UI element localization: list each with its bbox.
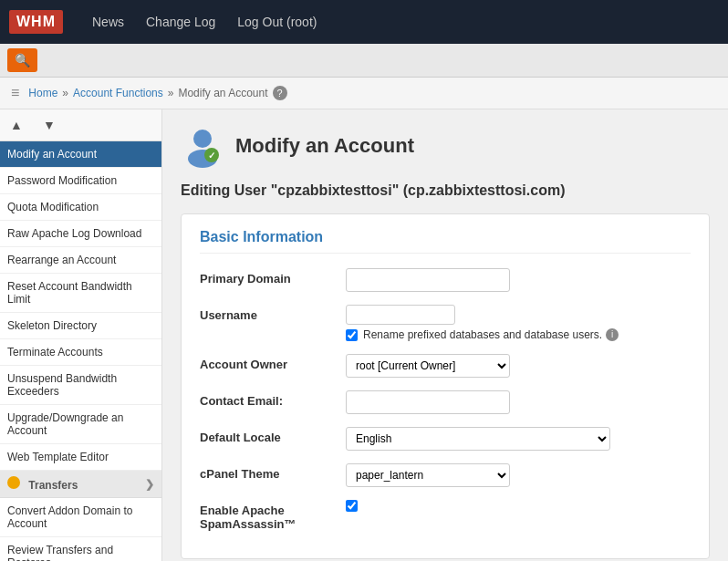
- sidebar-item-review-transfers[interactable]: Review Transfers and Restores: [0, 537, 161, 561]
- sidebar-item-web-template-editor[interactable]: Web Template Editor: [0, 444, 161, 471]
- default-locale-label: Default Locale: [200, 427, 346, 444]
- primary-domain-row: Primary Domain: [200, 268, 691, 292]
- transfers-section-icon: [7, 476, 20, 489]
- cpanel-theme-label: cPanel Theme: [200, 463, 346, 481]
- whm-logo: WHM: [9, 10, 63, 34]
- svg-point-0: [193, 130, 212, 148]
- spamassassin-control: [346, 500, 691, 512]
- username-group: Rename prefixed databases and database u…: [346, 305, 691, 341]
- breadcrumb-sep1: »: [62, 87, 68, 99]
- svg-text:✓: ✓: [208, 151, 215, 161]
- scroll-up-btn[interactable]: ▲: [0, 111, 33, 139]
- main-content: ✓ Modify an Account Editing User "cpzabb…: [162, 109, 728, 561]
- page-title: Modify an Account: [235, 134, 414, 158]
- primary-domain-control: [346, 268, 691, 292]
- scroll-down-btn[interactable]: ▼: [33, 111, 66, 139]
- username-control: Rename prefixed databases and database u…: [346, 305, 691, 341]
- top-navigation: WHM News Change Log Log Out (root): [0, 0, 728, 44]
- search-button[interactable]: 🔍: [7, 48, 37, 72]
- rename-prefix-checkbox[interactable]: [346, 329, 358, 341]
- sidebar-item-reset-bandwidth[interactable]: Reset Account Bandwidth Limit: [0, 274, 161, 313]
- logo-text: WHM: [9, 10, 63, 34]
- basic-info-form: Basic Information Primary Domain Usernam…: [181, 213, 710, 559]
- breadcrumb: ≡ Home » Account Functions » Modify an A…: [0, 78, 728, 109]
- cpanel-theme-row: cPanel Theme paper_lantern: [200, 463, 691, 487]
- sidebar-item-skeleton-directory[interactable]: Skeleton Directory: [0, 313, 161, 339]
- contact-email-row: Contact Email:: [200, 390, 691, 414]
- sidebar: ▲ ▼ Modify an Account Password Modificat…: [0, 109, 162, 561]
- menu-icon[interactable]: ≡: [11, 85, 19, 101]
- primary-domain-label: Primary Domain: [200, 268, 346, 286]
- sidebar-item-modify-account[interactable]: Modify an Account: [0, 141, 161, 168]
- cpanel-theme-control: paper_lantern: [346, 463, 691, 487]
- sidebar-item-raw-apache-log[interactable]: Raw Apache Log Download: [0, 221, 161, 247]
- user-icon: ✓: [181, 124, 224, 168]
- spamassassin-checkbox[interactable]: [346, 500, 358, 512]
- spamassassin-enable-row: [346, 500, 691, 512]
- sidebar-item-rearrange-account[interactable]: Rearrange an Account: [0, 247, 161, 274]
- default-locale-row: Default Locale English: [200, 427, 691, 451]
- default-locale-control: English: [346, 427, 691, 451]
- account-owner-row: Account Owner root [Current Owner]: [200, 354, 691, 378]
- sidebar-scroll-area: ▲ ▼: [0, 109, 161, 141]
- username-input-row: [346, 305, 691, 325]
- rename-prefix-row: Rename prefixed databases and database u…: [346, 328, 691, 341]
- breadcrumb-home[interactable]: Home: [28, 87, 57, 99]
- account-owner-label: Account Owner: [200, 354, 346, 371]
- username-input[interactable]: [346, 305, 455, 325]
- form-section-title: Basic Information: [200, 229, 691, 254]
- page-header: ✓ Modify an Account: [181, 124, 710, 168]
- contact-email-label: Contact Email:: [200, 390, 346, 408]
- breadcrumb-current: Modify an Account: [178, 87, 267, 99]
- nav-logout[interactable]: Log Out (root): [237, 15, 317, 29]
- spamassassin-row: Enable Apache SpamAssassin™: [200, 500, 691, 531]
- breadcrumb-sep2: »: [168, 87, 174, 99]
- nav-news[interactable]: News: [92, 15, 124, 29]
- rename-prefix-info-icon[interactable]: i: [606, 328, 619, 341]
- account-owner-control: root [Current Owner]: [346, 354, 691, 378]
- sidebar-section-transfers[interactable]: Transfers ❯: [0, 471, 161, 498]
- sidebar-item-terminate-accounts[interactable]: Terminate Accounts: [0, 339, 161, 366]
- primary-domain-input[interactable]: [346, 268, 510, 292]
- username-label: Username: [200, 305, 346, 322]
- main-layout: ▲ ▼ Modify an Account Password Modificat…: [0, 109, 728, 561]
- sidebar-item-unsuspend-bandwidth[interactable]: Unsuspend Bandwidth Exceeders: [0, 366, 161, 405]
- contact-email-input[interactable]: [346, 390, 510, 414]
- contact-email-control: [346, 390, 691, 414]
- username-row: Username Rename prefixed databases and d…: [200, 305, 691, 341]
- help-icon[interactable]: ?: [273, 86, 287, 100]
- sidebar-item-convert-addon[interactable]: Convert Addon Domain to Account: [0, 498, 161, 537]
- account-owner-select[interactable]: root [Current Owner]: [346, 354, 510, 378]
- spamassassin-label: Enable Apache SpamAssassin™: [200, 500, 346, 531]
- rename-prefix-label: Rename prefixed databases and database u…: [363, 328, 602, 341]
- sidebar-item-quota-modification[interactable]: Quota Modification: [0, 194, 161, 221]
- sidebar-item-upgrade-downgrade[interactable]: Upgrade/Downgrade an Account: [0, 405, 161, 444]
- nav-changelog[interactable]: Change Log: [146, 15, 215, 29]
- default-locale-select[interactable]: English: [346, 427, 610, 451]
- cpanel-theme-select[interactable]: paper_lantern: [346, 463, 510, 487]
- breadcrumb-account-functions[interactable]: Account Functions: [73, 87, 163, 99]
- sidebar-item-password-modification[interactable]: Password Modification: [0, 168, 161, 194]
- editing-user-label: Editing User "cpzabbixtesttosi" (cp.zabb…: [181, 182, 710, 199]
- transfers-expand-btn[interactable]: ❯: [145, 478, 154, 491]
